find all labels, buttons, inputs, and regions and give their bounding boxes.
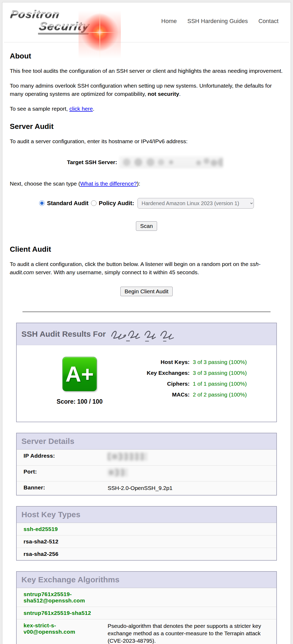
about-p2-text: Too many admins overlook SSH configurati… (10, 83, 272, 97)
table-row: IP Address: (17, 449, 276, 465)
table-row: rsa-sha2-256 (17, 548, 276, 560)
host-key-name: rsa-sha2-512 (17, 538, 108, 545)
logo-text-positron: Positron (10, 9, 60, 20)
scan-button[interactable]: Scan (136, 221, 157, 231)
scan-type-line: Next, choose the scan type (What is the … (10, 181, 283, 187)
kex-note (108, 610, 276, 616)
kex-name: sntrup761x25519-sha512@openssh.com (17, 591, 108, 604)
host-key-name: rsa-sha2-256 (17, 551, 108, 557)
scan-type-text-after: ): (137, 181, 140, 187)
ip-address-label: IP Address: (17, 453, 108, 462)
stat-value: 1 of 1 passing (100%) (193, 381, 247, 387)
host-key-name: ssh-ed25519 (17, 526, 108, 532)
target-server-label: Target SSH Server: (10, 159, 119, 165)
positron-security-logo: Positron Security (10, 9, 89, 34)
policy-audit-label[interactable]: Policy Audit: (99, 200, 134, 207)
table-row: sntrup761x25519-sha512 (17, 607, 276, 619)
client-audit-text-after: server. With any username, simply connec… (34, 269, 199, 275)
stat-row-macs: MACs: 2 of 2 passing (100%) (135, 391, 247, 398)
key-exchange-header: Key Exchange Algorithms (17, 572, 276, 588)
main-content-card: Positron Security Home SSH Hardening Gui… (2, 2, 291, 644)
key-exchange-panel: Key Exchange Algorithms sntrup761x25519-… (16, 571, 277, 644)
client-audit-text: To audit a client configuration, click t… (10, 261, 250, 267)
about-paragraph-1: This free tool audits the configuration … (10, 67, 283, 75)
grade-letter: A+ (65, 363, 94, 385)
server-details-header: Server Details (17, 433, 276, 449)
stat-row-key-exchanges: Key Exchanges: 3 of 3 passing (100%) (135, 370, 247, 376)
banner-value: SSH-2.0-OpenSSH_9.2p1 (108, 484, 276, 492)
sample-report-period: . (93, 106, 94, 112)
about-paragraph-2: Too many admins overlook SSH configurati… (10, 82, 283, 98)
results-panel-title: SSH Audit Results For (21, 330, 106, 339)
port-value (108, 469, 276, 478)
target-server-input[interactable] (119, 156, 223, 168)
logo-text-security: Security (38, 20, 90, 34)
redacted-ip-value (108, 453, 147, 461)
stat-row-host-keys: Host Keys: 3 of 3 passing (100%) (135, 359, 247, 365)
stat-value: 2 of 2 passing (100%) (193, 391, 247, 398)
about-p2-bold: not security (148, 91, 179, 97)
nav-link-contact[interactable]: Contact (258, 18, 278, 25)
table-row: Banner: SSH-2.0-OpenSSH_9.2p1 (17, 481, 276, 495)
about-p2-period: . (179, 91, 181, 97)
policy-audit-radio[interactable] (91, 200, 97, 206)
table-row: Port: (17, 465, 276, 481)
stat-label: Host Keys: (135, 359, 193, 365)
scan-button-wrap: Scan (10, 221, 283, 231)
table-row: kex-strict-s-v00@openssh.com Pseudo-algo… (17, 619, 276, 644)
redacted-port-value (108, 469, 127, 476)
grade-column: A+ Score: 100 / 100 (40, 357, 119, 405)
results-panel-body: A+ Score: 100 / 100 Host Keys: 3 of 3 pa… (17, 345, 276, 422)
kex-note: Pseudo-algorithm that denotes the peer s… (108, 622, 276, 644)
begin-client-audit-wrap: Begin Client Audit (10, 287, 283, 296)
server-audit-heading: Server Audit (10, 122, 283, 131)
redacted-hostname-scribble (109, 328, 177, 341)
score-text: Score: 100 / 100 (57, 398, 103, 405)
ip-address-value (108, 453, 276, 462)
banner-label: Banner: (17, 484, 108, 492)
header-divider (4, 42, 289, 42)
stat-value: 3 of 3 passing (100%) (193, 370, 247, 376)
about-heading: About (10, 52, 283, 60)
results-panel-header: SSH Audit Results For (17, 323, 276, 345)
begin-client-audit-button[interactable]: Begin Client Audit (120, 287, 173, 296)
scan-type-difference-link[interactable]: What is the difference? (80, 181, 137, 187)
server-audit-intro: To audit a server configuration, enter i… (10, 137, 283, 146)
stat-value: 3 of 3 passing (100%) (193, 359, 247, 365)
results-divider (22, 312, 270, 312)
scan-type-text: Next, choose the scan type ( (10, 181, 80, 187)
client-audit-heading: Client Audit (10, 245, 283, 254)
kex-name: sntrup761x25519-sha512 (17, 610, 108, 616)
nav-link-home[interactable]: Home (161, 18, 177, 25)
stat-label: Ciphers: (135, 381, 193, 387)
sample-report-text: To see a sample report, (10, 106, 69, 112)
table-row: sntrup761x25519-sha512@openssh.com (17, 588, 276, 607)
target-server-row: Target SSH Server: (10, 156, 283, 168)
nav-link-ssh-hardening-guides[interactable]: SSH Hardening Guides (187, 18, 248, 25)
host-key-types-header: Host Key Types (17, 507, 276, 523)
standard-audit-label[interactable]: Standard Audit (47, 200, 89, 207)
port-label: Port: (17, 469, 108, 478)
sample-report-link[interactable]: click here (69, 106, 93, 112)
standard-audit-radio[interactable] (39, 200, 45, 206)
ssh-audit-results-panel: SSH Audit Results For A+ Score: 100 / 10… (16, 323, 277, 422)
table-row: ssh-ed25519 (17, 523, 276, 535)
server-details-panel: Server Details IP Address: Port: Banner:… (16, 433, 277, 496)
stat-row-ciphers: Ciphers: 1 of 1 passing (100%) (135, 381, 247, 387)
stat-label: MACs: (135, 391, 193, 398)
host-key-types-panel: Host Key Types ssh-ed25519 rsa-sha2-512 … (16, 506, 277, 561)
scan-type-options: Standard Audit Policy Audit: Hardened Am… (10, 198, 283, 209)
sample-report-line: To see a sample report, click here. (10, 105, 283, 113)
site-header: Positron Security Home SSH Hardening Gui… (2, 2, 291, 42)
policy-select[interactable]: Hardened Amazon Linux 2023 (version 1) (138, 198, 254, 209)
kex-note (108, 591, 276, 604)
client-audit-paragraph: To audit a client configuration, click t… (10, 260, 283, 277)
main-nav: Home SSH Hardening Guides Contact (161, 18, 278, 25)
kex-name: kex-strict-s-v00@openssh.com (17, 622, 108, 644)
table-row: rsa-sha2-512 (17, 535, 276, 548)
grade-badge: A+ (62, 357, 97, 391)
stat-label: Key Exchanges: (135, 370, 193, 376)
results-stats: Host Keys: 3 of 3 passing (100%) Key Exc… (135, 359, 247, 405)
